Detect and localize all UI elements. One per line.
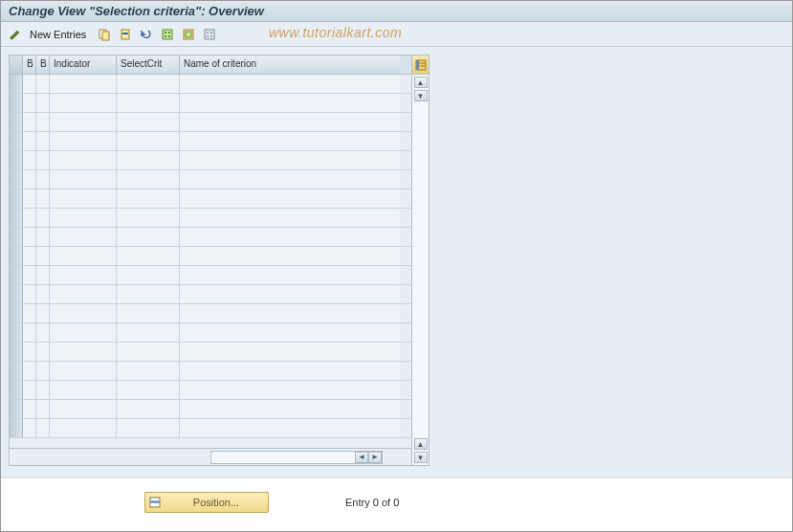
- row-selector[interactable]: [10, 189, 23, 208]
- cell-b1[interactable]: [23, 304, 36, 322]
- cell-selectcrit[interactable]: [117, 419, 180, 437]
- select-block-icon[interactable]: [180, 26, 197, 43]
- row-selector[interactable]: [10, 94, 23, 112]
- cell-name[interactable]: [180, 228, 400, 246]
- vertical-scrollbar[interactable]: ▲ ▼ ▲ ▼: [412, 75, 429, 465]
- cell-b1[interactable]: [23, 400, 36, 418]
- cell-indicator[interactable]: [50, 400, 117, 418]
- cell-b2[interactable]: [36, 343, 50, 361]
- cell-name[interactable]: [180, 170, 400, 188]
- cell-name[interactable]: [180, 94, 400, 112]
- table-row[interactable]: [10, 400, 411, 419]
- scroll-up-bottom-icon[interactable]: ▲: [414, 438, 428, 450]
- cell-name[interactable]: [180, 362, 400, 380]
- cell-selectcrit[interactable]: [117, 285, 180, 303]
- row-selector[interactable]: [10, 323, 23, 342]
- table-row[interactable]: [10, 419, 411, 438]
- cell-b1[interactable]: [23, 381, 36, 399]
- table-row[interactable]: [10, 209, 411, 228]
- row-selector[interactable]: [10, 151, 23, 169]
- cell-name[interactable]: [180, 323, 400, 342]
- cell-b2[interactable]: [36, 247, 50, 265]
- cell-selectcrit[interactable]: [117, 266, 180, 284]
- row-selector[interactable]: [10, 228, 23, 246]
- cell-b1[interactable]: [23, 132, 36, 150]
- cell-selectcrit[interactable]: [117, 151, 180, 169]
- select-all-icon[interactable]: [159, 26, 176, 43]
- table-row[interactable]: [10, 343, 411, 362]
- table-row[interactable]: [10, 362, 411, 381]
- row-selector[interactable]: [10, 132, 23, 150]
- cell-indicator[interactable]: [50, 323, 117, 342]
- cell-selectcrit[interactable]: [117, 247, 180, 265]
- cell-selectcrit[interactable]: [117, 75, 180, 93]
- cell-b1[interactable]: [23, 151, 36, 169]
- new-entries-button[interactable]: New Entries: [28, 29, 92, 40]
- cell-selectcrit[interactable]: [117, 94, 180, 112]
- cell-selectcrit[interactable]: [117, 209, 180, 227]
- cell-name[interactable]: [180, 189, 400, 208]
- cell-b1[interactable]: [23, 419, 36, 437]
- cell-b2[interactable]: [36, 400, 50, 418]
- cell-indicator[interactable]: [50, 362, 117, 380]
- cell-name[interactable]: [180, 419, 400, 437]
- column-header-selectcrit[interactable]: SelectCrit: [117, 55, 180, 74]
- cell-b1[interactable]: [23, 285, 36, 303]
- cell-name[interactable]: [180, 209, 400, 227]
- cell-selectcrit[interactable]: [117, 228, 180, 246]
- table-row[interactable]: [10, 151, 411, 170]
- cell-name[interactable]: [180, 247, 400, 265]
- cell-indicator[interactable]: [50, 343, 117, 361]
- row-selector[interactable]: [10, 75, 23, 93]
- deselect-all-icon[interactable]: [201, 26, 218, 43]
- cell-b2[interactable]: [36, 113, 50, 131]
- cell-indicator[interactable]: [50, 113, 117, 131]
- cell-b2[interactable]: [36, 151, 50, 169]
- row-selector[interactable]: [10, 266, 23, 284]
- change-icon[interactable]: [7, 26, 24, 43]
- cell-b1[interactable]: [23, 343, 36, 361]
- row-selector[interactable]: [10, 362, 23, 380]
- cell-b1[interactable]: [23, 247, 36, 265]
- row-selector[interactable]: [10, 170, 23, 188]
- row-selector[interactable]: [10, 419, 23, 437]
- row-selector-header[interactable]: [10, 55, 23, 74]
- cell-name[interactable]: [180, 285, 400, 303]
- scroll-up-icon[interactable]: ▲: [414, 77, 428, 88]
- table-row[interactable]: [10, 247, 411, 266]
- cell-selectcrit[interactable]: [117, 323, 180, 342]
- cell-selectcrit[interactable]: [117, 343, 180, 361]
- cell-selectcrit[interactable]: [117, 113, 180, 131]
- cell-b1[interactable]: [23, 94, 36, 112]
- cell-selectcrit[interactable]: [117, 189, 180, 208]
- cell-b2[interactable]: [36, 362, 50, 380]
- cell-selectcrit[interactable]: [117, 381, 180, 399]
- cell-indicator[interactable]: [50, 151, 117, 169]
- cell-b2[interactable]: [36, 75, 50, 93]
- scroll-down-icon[interactable]: ▼: [414, 452, 428, 463]
- cell-indicator[interactable]: [50, 247, 117, 265]
- cell-indicator[interactable]: [50, 228, 117, 246]
- cell-indicator[interactable]: [50, 170, 117, 188]
- cell-b2[interactable]: [36, 132, 50, 150]
- cell-b2[interactable]: [36, 228, 50, 246]
- cell-b2[interactable]: [36, 189, 50, 208]
- cell-selectcrit[interactable]: [117, 132, 180, 150]
- cell-name[interactable]: [180, 343, 400, 361]
- column-header-b1[interactable]: B: [23, 55, 36, 74]
- cell-b2[interactable]: [36, 170, 50, 188]
- cell-b2[interactable]: [36, 94, 50, 112]
- cell-name[interactable]: [180, 75, 400, 93]
- cell-b1[interactable]: [23, 75, 36, 93]
- table-row[interactable]: [10, 381, 411, 400]
- cell-name[interactable]: [180, 381, 400, 399]
- cell-b2[interactable]: [36, 381, 50, 399]
- cell-indicator[interactable]: [50, 266, 117, 284]
- cell-b1[interactable]: [23, 189, 36, 208]
- table-row[interactable]: [10, 266, 411, 285]
- table-settings-icon[interactable]: [412, 55, 429, 75]
- row-selector[interactable]: [10, 113, 23, 131]
- cell-b1[interactable]: [23, 323, 36, 342]
- cell-indicator[interactable]: [50, 285, 117, 303]
- table-row[interactable]: [10, 304, 411, 323]
